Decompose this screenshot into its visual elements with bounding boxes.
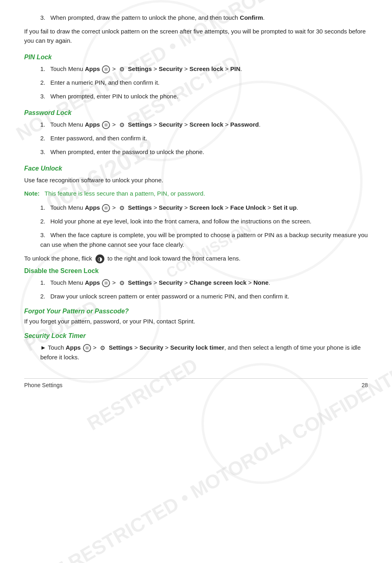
intro-step3-suffix: . bbox=[263, 14, 265, 21]
security-timer-settings-icon: ⚙ bbox=[99, 344, 107, 352]
face-apps-icon: ⊞ bbox=[102, 204, 110, 212]
pwd-step2: 2. Enter password, and then confirm it. bbox=[40, 133, 368, 143]
security-timer-apps-label: Apps bbox=[66, 344, 83, 351]
face-unlock-para-prefix: To unlock the phone, flick bbox=[24, 255, 92, 262]
pin-step1-gt: > bbox=[112, 65, 117, 72]
pin-step1-apps-label: Apps bbox=[85, 65, 102, 72]
pwd-step1: 1. Touch Menu Apps ⊞ > ⚙ Settings > Secu… bbox=[40, 120, 368, 129]
pwd-apps-icon: ⊞ bbox=[102, 121, 110, 129]
disable-step2-text: Draw your unlock screen pattern or enter… bbox=[50, 293, 289, 300]
face-unlock-heading: Face Unlock bbox=[24, 165, 368, 172]
pin-step3: 3. When prompted, enter PIN to unlock th… bbox=[40, 92, 368, 101]
disable-settings-icon: ⚙ bbox=[118, 279, 126, 287]
pwd-step2-num: 2. bbox=[40, 135, 46, 142]
note-text: This feature is less secure than a patte… bbox=[45, 190, 205, 197]
pwd-step2-text: Enter password, and then confirm it. bbox=[50, 135, 147, 142]
pwd-step3-text: When prompted, enter the password to unl… bbox=[50, 148, 204, 155]
face-step1-touch: Touch Menu bbox=[50, 204, 83, 211]
forgot-heading-container: Forgot Your Pattern or Passcode? bbox=[24, 308, 368, 315]
security-timer-apps-icon: ⊞ bbox=[83, 344, 91, 352]
disable-step1-nav: > Security > Change screen lock > None. bbox=[153, 279, 270, 286]
page-content: 3. When prompted, draw the pattern to un… bbox=[0, 0, 392, 405]
face-step1: 1. Touch Menu Apps ⊞ > ⚙ Settings > Secu… bbox=[40, 203, 368, 213]
face-step3: 3. When the face capture is complete, yo… bbox=[40, 230, 368, 250]
intro-step3: 3. When prompted, draw the pattern to un… bbox=[40, 13, 368, 23]
pin-step1-num: 1. bbox=[40, 65, 46, 72]
face-unlock-para-suffix: to the right and look toward the front c… bbox=[108, 255, 241, 262]
face-step2: 2. Hold your phone at eye level, look in… bbox=[40, 217, 368, 226]
security-timer-nav: > Security > Security lock timer bbox=[134, 344, 224, 351]
face-unlock-intro: Use face recognition software to unlock … bbox=[24, 175, 368, 185]
disable-apps-icon: ⊞ bbox=[102, 279, 110, 287]
forgot-heading: Forgot Your Pattern or Passcode? bbox=[24, 308, 129, 315]
face-settings-icon: ⚙ bbox=[118, 204, 126, 212]
page-footer: Phone Settings 28 bbox=[24, 378, 368, 388]
pin-step1-touch: Touch Menu bbox=[50, 65, 83, 72]
pwd-step1-nav: > Security > Screen lock > Password. bbox=[153, 121, 261, 128]
disable-step1: 1. Touch Menu Apps ⊞ > ⚙ Settings > Secu… bbox=[40, 278, 368, 288]
disable-screen-heading-container: Disable the Screen Lock bbox=[24, 267, 368, 275]
intro-step3-text: When prompted, draw the pattern to unloc… bbox=[50, 14, 238, 21]
security-timer-bullet: ► Touch Apps ⊞ > ⚙ Settings > Security >… bbox=[40, 343, 368, 362]
pwd-step1-settings: Settings bbox=[128, 121, 153, 128]
disable-step1-touch: Touch Menu bbox=[50, 279, 83, 286]
pwd-step3: 3. When prompted, enter the password to … bbox=[40, 147, 368, 157]
disable-step1-apps-label: Apps bbox=[85, 279, 102, 286]
pin-step3-num: 3. bbox=[40, 93, 46, 100]
password-lock-heading: Password Lock bbox=[24, 109, 368, 117]
face-unlock-flick-icon: ◑ bbox=[95, 254, 104, 263]
face-step2-num: 2. bbox=[40, 218, 46, 225]
pin-step2: 2. Enter a numeric PIN, and then confirm… bbox=[40, 78, 368, 88]
pwd-step1-gt: > bbox=[112, 121, 117, 128]
pwd-step3-num: 3. bbox=[40, 148, 46, 155]
pin-step2-text: Enter a numeric PIN, and then confirm it… bbox=[50, 79, 160, 86]
pin-step1-settings: Settings bbox=[128, 65, 153, 72]
pin-apps-icon: ⊞ bbox=[102, 65, 110, 73]
security-timer-gt: > bbox=[93, 344, 98, 351]
face-step1-settings: Settings bbox=[128, 204, 153, 211]
note-line: Note: This feature is less secure than a… bbox=[24, 189, 368, 198]
disable-screen-heading: Disable the Screen Lock bbox=[24, 267, 99, 274]
security-timer-heading-container: Security Lock Timer bbox=[24, 332, 368, 340]
forgot-text: If you forget your pattern, password, or… bbox=[24, 317, 368, 326]
disable-step1-settings: Settings bbox=[128, 279, 153, 286]
security-timer-heading: Security Lock Timer bbox=[24, 332, 86, 339]
pin-step1: 1. Touch Menu Apps ⊞ > ⚙ Settings > Secu… bbox=[40, 64, 368, 74]
security-timer-settings: Settings bbox=[109, 344, 134, 351]
pin-step3-text: When prompted, enter PIN to unlock the p… bbox=[50, 93, 178, 100]
pwd-step1-apps-label: Apps bbox=[85, 121, 102, 128]
pin-lock-heading: PIN Lock bbox=[24, 54, 368, 61]
footer-left-text: Phone Settings bbox=[24, 382, 62, 388]
intro-para1: If you fail to draw the correct unlock p… bbox=[24, 27, 368, 46]
pin-step1-nav: > Security > Screen lock > PIN. bbox=[153, 65, 242, 72]
disable-step1-num: 1. bbox=[40, 279, 46, 286]
face-step2-text: Hold your phone at eye level, look into … bbox=[50, 218, 311, 225]
intro-step3-number: 3. bbox=[40, 14, 46, 21]
security-timer-touch: Touch bbox=[48, 344, 64, 351]
face-step1-gt: > bbox=[112, 204, 117, 211]
note-label: Note: bbox=[24, 190, 39, 197]
face-step1-num: 1. bbox=[40, 204, 46, 211]
intro-step3-confirm: Confirm bbox=[240, 14, 263, 21]
disable-step2-num: 2. bbox=[40, 293, 46, 300]
arrow-right-icon: ► bbox=[40, 344, 48, 351]
footer-page-number: 28 bbox=[361, 382, 368, 388]
pin-step2-num: 2. bbox=[40, 79, 46, 86]
pwd-settings-icon: ⚙ bbox=[118, 121, 126, 129]
face-unlock-para: To unlock the phone, flick ◑ to the righ… bbox=[24, 254, 368, 263]
face-step1-nav: > Security > Screen lock > Face Unlock >… bbox=[153, 204, 298, 211]
pwd-step1-num: 1. bbox=[40, 121, 46, 128]
pwd-step1-touch: Touch Menu bbox=[50, 121, 83, 128]
face-step3-num: 3. bbox=[40, 231, 46, 238]
disable-step2: 2. Draw your unlock screen pattern or en… bbox=[40, 292, 368, 301]
disable-step1-gt: > bbox=[112, 279, 117, 286]
face-step1-apps-label: Apps bbox=[85, 204, 102, 211]
face-step3-text: When the face capture is complete, you w… bbox=[40, 231, 368, 248]
pin-settings-icon: ⚙ bbox=[118, 65, 126, 73]
